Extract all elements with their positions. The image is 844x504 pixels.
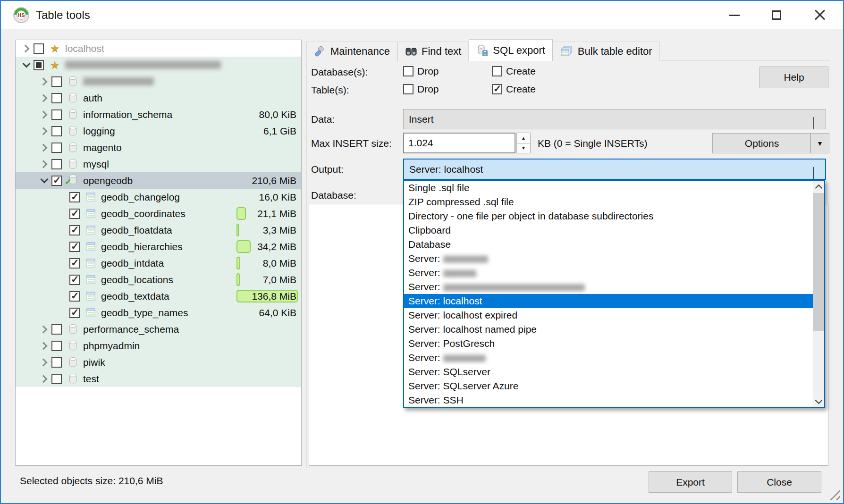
- tree-row[interactable]: phpmyadmin: [16, 337, 301, 354]
- expand-arrow-icon[interactable]: [37, 374, 51, 384]
- output-option[interactable]: Server:: [404, 280, 813, 294]
- export-button[interactable]: Export: [649, 471, 732, 493]
- tree-checkbox[interactable]: [51, 159, 62, 169]
- output-option[interactable]: Server: SSH: [404, 393, 813, 407]
- tree-checkbox[interactable]: [69, 242, 80, 252]
- tree-row[interactable]: geodb_hierarchies34,2 MiB: [16, 238, 301, 255]
- expand-arrow-icon[interactable]: [37, 160, 51, 169]
- tree-row[interactable]: mysql: [16, 156, 301, 172]
- close-button[interactable]: [805, 1, 835, 29]
- tree-checkbox[interactable]: [51, 76, 62, 87]
- tree-checkbox[interactable]: [51, 341, 62, 351]
- object-tree[interactable]: ★localhost★authinformation_schema80,0 Ki…: [15, 40, 302, 466]
- output-option[interactable]: Server: localhost expired: [404, 308, 813, 322]
- output-option[interactable]: Server:: [404, 266, 813, 280]
- expand-arrow-icon[interactable]: [19, 44, 34, 53]
- tables-drop-checkbox[interactable]: Drop: [403, 84, 439, 95]
- tree-row[interactable]: opengeodb210,6 MiB: [16, 172, 301, 189]
- expand-arrow-icon[interactable]: [19, 60, 34, 70]
- scroll-down-button[interactable]: [813, 395, 824, 407]
- checkbox[interactable]: [403, 66, 414, 76]
- tree-checkbox[interactable]: [69, 209, 80, 219]
- tree-checkbox[interactable]: [51, 143, 62, 153]
- tree-row[interactable]: piwik: [16, 354, 301, 370]
- spinner-up-button[interactable]: ▲: [516, 133, 531, 143]
- max-insert-input[interactable]: [403, 133, 515, 153]
- tab-find-text[interactable]: Find text: [397, 42, 469, 61]
- expand-arrow-icon[interactable]: [37, 325, 51, 334]
- data-combobox[interactable]: Insert: [403, 109, 826, 129]
- output-option[interactable]: Clipboard: [404, 223, 813, 237]
- output-option[interactable]: Server: localhost named pipe: [404, 322, 813, 336]
- expand-arrow-icon[interactable]: [37, 77, 51, 86]
- output-dropdown-list[interactable]: Single .sql fileZIP compressed .sql file…: [403, 180, 825, 408]
- output-option[interactable]: Server:: [404, 351, 813, 365]
- tree-checkbox[interactable]: [51, 109, 62, 120]
- tree-checkbox[interactable]: [51, 324, 62, 335]
- tree-checkbox[interactable]: [51, 374, 62, 384]
- tree-row[interactable]: auth: [16, 90, 301, 106]
- expand-arrow-icon[interactable]: [37, 358, 51, 367]
- output-option[interactable]: Server: SQLserver: [404, 365, 813, 379]
- tree-row[interactable]: ★localhost: [16, 40, 301, 57]
- tree-row[interactable]: geodb_floatdata3,3 MiB: [16, 222, 301, 238]
- help-button[interactable]: Help: [760, 67, 828, 88]
- output-option[interactable]: Directory - one file per object in datab…: [404, 209, 813, 223]
- tree-row[interactable]: information_schema80,0 KiB: [16, 106, 301, 123]
- tree-row[interactable]: geodb_type_names64,0 KiB: [16, 304, 301, 321]
- tree-row[interactable]: geodb_coordinates21,1 MiB: [16, 205, 301, 222]
- tree-row[interactable]: ★: [16, 57, 301, 73]
- output-option[interactable]: Server: PostGresch: [404, 336, 813, 351]
- tree-checkbox[interactable]: [51, 93, 62, 103]
- options-dropdown-arrow[interactable]: ▼: [810, 134, 829, 153]
- output-option[interactable]: Server: localhost: [404, 294, 813, 308]
- expand-arrow-icon[interactable]: [37, 341, 51, 351]
- checkbox[interactable]: [403, 84, 414, 94]
- output-option[interactable]: Single .sql file: [404, 181, 813, 195]
- tab-sql-export[interactable]: SQL export: [469, 39, 552, 61]
- tree-row[interactable]: geodb_changelog16,0 KiB: [16, 189, 301, 205]
- tree-row[interactable]: geodb_intdata8,0 MiB: [16, 255, 301, 271]
- tree-checkbox[interactable]: [34, 43, 44, 54]
- output-combobox[interactable]: Server: localhost: [403, 159, 826, 180]
- resize-grip[interactable]: [828, 488, 840, 500]
- tree-checkbox[interactable]: [34, 60, 44, 70]
- maximize-button[interactable]: [761, 1, 792, 29]
- output-option[interactable]: Server: SQLserver Azure: [404, 379, 813, 393]
- scroll-up-button[interactable]: [813, 181, 824, 193]
- tab-maintenance[interactable]: Maintenance: [306, 42, 397, 61]
- tree-row[interactable]: performance_schema: [16, 321, 301, 337]
- tree-checkbox[interactable]: [69, 258, 80, 269]
- expand-arrow-icon[interactable]: [37, 143, 51, 152]
- tree-row[interactable]: magento: [16, 139, 301, 156]
- tables-create-checkbox[interactable]: Create: [492, 84, 536, 95]
- tree-row[interactable]: test: [16, 370, 301, 387]
- dropdown-scrollbar[interactable]: [813, 181, 824, 407]
- tree-checkbox[interactable]: [51, 357, 62, 368]
- tree-checkbox[interactable]: [51, 126, 62, 136]
- tab-bulk-table-editor[interactable]: Bulk table editor: [553, 42, 660, 61]
- output-option[interactable]: Server:: [404, 252, 813, 266]
- options-button[interactable]: Options ▼: [712, 133, 829, 153]
- expand-arrow-icon[interactable]: [37, 110, 51, 119]
- databases-drop-checkbox[interactable]: Drop: [403, 66, 439, 77]
- minimize-button[interactable]: [719, 1, 750, 29]
- scrollbar-thumb[interactable]: [813, 193, 824, 331]
- expand-arrow-icon[interactable]: [37, 126, 51, 136]
- tree-row[interactable]: logging6,1 GiB: [16, 123, 301, 139]
- checkbox[interactable]: [492, 66, 502, 76]
- tree-row[interactable]: geodb_locations7,0 MiB: [16, 271, 301, 288]
- tree-checkbox[interactable]: [69, 291, 80, 302]
- databases-create-checkbox[interactable]: Create: [492, 66, 536, 77]
- close-dialog-button[interactable]: Close: [737, 471, 821, 493]
- tree-checkbox[interactable]: [69, 192, 80, 202]
- tree-checkbox[interactable]: [69, 225, 80, 235]
- output-option[interactable]: ZIP compressed .sql file: [404, 195, 813, 209]
- tree-checkbox[interactable]: [69, 308, 80, 318]
- expand-arrow-icon[interactable]: [37, 93, 51, 103]
- output-option[interactable]: Database: [404, 237, 813, 252]
- tree-row[interactable]: [16, 73, 301, 90]
- tree-checkbox[interactable]: [69, 275, 80, 285]
- tree-row[interactable]: geodb_textdata136,8 MiB: [16, 288, 301, 304]
- expand-arrow-icon[interactable]: [37, 176, 51, 185]
